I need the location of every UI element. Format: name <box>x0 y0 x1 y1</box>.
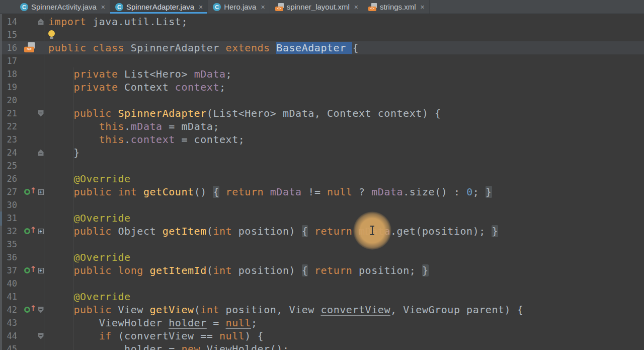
code-token: return <box>314 225 359 237</box>
code-text[interactable] <box>44 94 644 107</box>
code-token: { <box>213 186 219 198</box>
code-token: int <box>200 304 219 316</box>
code-line-19: 19 private Context context; <box>0 81 644 94</box>
fold-cell <box>37 172 44 185</box>
overrides-method-gutter-icon[interactable]: ↑ <box>24 306 36 314</box>
code-text[interactable]: @Override <box>44 212 644 225</box>
code-editor[interactable]: 14−import java.util.List;1516<>public cl… <box>0 14 644 350</box>
gutter-icon-cell <box>20 28 37 41</box>
fold-cell <box>37 94 44 107</box>
overrides-method-gutter-icon[interactable]: ↑ <box>24 266 36 274</box>
code-text[interactable]: private List<Hero> mData; <box>44 67 644 81</box>
fold-cell: + <box>37 264 44 277</box>
code-line-24: 24− } <box>0 146 644 159</box>
fold-marker-icon[interactable]: − <box>38 150 44 156</box>
code-text[interactable]: private Context context; <box>44 81 644 94</box>
code-text[interactable] <box>44 54 644 67</box>
tab-spinner_layout.xml[interactable]: <>spinner_layout.xml× <box>270 0 363 14</box>
code-text[interactable] <box>44 198 644 212</box>
tab-close-icon[interactable]: × <box>421 3 425 11</box>
code-text[interactable]: } <box>44 146 644 159</box>
fold-marker-icon[interactable]: + <box>38 268 44 273</box>
code-text[interactable]: @Override <box>44 251 644 264</box>
code-token: getItem <box>163 225 207 237</box>
code-text[interactable]: public class SpinnerAdapter extends Base… <box>44 41 644 54</box>
tab-close-icon[interactable]: × <box>101 3 105 11</box>
code-token: holder = <box>48 343 181 350</box>
fold-marker-icon[interactable]: − <box>38 307 44 313</box>
code-line-45: 45 holder = new ViewHolder(); <box>0 342 644 350</box>
fold-cell <box>37 251 44 264</box>
code-text[interactable] <box>44 159 644 172</box>
code-line-35: 35 <box>0 238 644 251</box>
line-number: 35 <box>0 238 20 251</box>
tab-SpinnerAdapter.java[interactable]: CSpinnerAdapter.java× <box>110 0 208 14</box>
overrides-method-gutter-icon[interactable]: ↑ <box>24 227 36 235</box>
code-text[interactable] <box>44 277 644 290</box>
code-text[interactable]: public SpinnerAdapter(List<Hero> mData, … <box>44 107 644 120</box>
code-text[interactable]: this.mData = mData; <box>44 120 644 133</box>
overrides-method-gutter-icon[interactable]: ↑ <box>24 188 36 196</box>
fold-cell <box>37 212 44 225</box>
code-line-44: 44− if (convertView == null) { <box>0 329 644 342</box>
code-token: = context; <box>175 133 245 146</box>
fold-marker-icon[interactable]: − <box>38 110 44 117</box>
code-text[interactable]: public View getView(int position, View c… <box>44 303 644 316</box>
code-token: position) <box>232 225 302 237</box>
code-text[interactable]: public Object getItem(int position) { re… <box>44 225 644 238</box>
intention-lightbulb-icon[interactable] <box>48 30 55 37</box>
line-number: 17 <box>0 54 20 67</box>
fold-marker-icon[interactable]: + <box>38 229 44 234</box>
code-token: ViewHolder <box>48 317 169 329</box>
code-token: } <box>492 225 498 237</box>
code-text[interactable] <box>44 238 644 251</box>
code-token <box>219 186 226 198</box>
line-number: 22 <box>0 120 20 133</box>
fold-cell <box>37 290 44 303</box>
fold-marker-icon[interactable]: − <box>38 19 44 25</box>
code-token: position; <box>359 264 422 276</box>
fold-marker-icon[interactable]: + <box>38 189 44 195</box>
code-line-20: 20 <box>0 94 644 107</box>
override-up-arrow-icon: ↑ <box>30 184 36 197</box>
code-token: null <box>219 330 245 342</box>
code-token: = mData; <box>163 120 219 132</box>
code-token <box>48 173 73 185</box>
code-text[interactable]: ViewHolder holder = null; <box>44 316 644 329</box>
tab-close-icon[interactable]: × <box>354 3 358 11</box>
code-text[interactable]: public long getItemId(int position) { re… <box>44 264 644 277</box>
line-number: 37 <box>0 264 20 277</box>
tab-strings.xml[interactable]: <>strings.xml× <box>363 0 430 14</box>
tab-SpinnerActivity.java[interactable]: CSpinnerActivity.java× <box>15 0 110 14</box>
fold-marker-icon[interactable]: − <box>38 333 44 339</box>
code-token: { <box>352 42 359 54</box>
code-text[interactable]: holder = new ViewHolder(); <box>44 342 644 350</box>
line-number: 45 <box>0 342 20 350</box>
code-text[interactable]: @Override <box>44 172 644 185</box>
gutter-icon-cell <box>20 172 37 185</box>
code-token: getView <box>149 304 194 316</box>
xml-code-badge-icon: <> <box>368 7 376 11</box>
code-token: .size() : <box>403 186 466 198</box>
code-token: extends <box>226 42 277 54</box>
tab-close-icon[interactable]: × <box>199 3 203 11</box>
tab-Hero.java[interactable]: CHero.java× <box>208 0 270 14</box>
tab-close-icon[interactable]: × <box>261 3 265 11</box>
code-token: @Override <box>73 251 130 263</box>
line-number: 18 <box>0 67 20 81</box>
code-text[interactable]: public int getCount() { return mData != … <box>44 185 644 198</box>
code-token: context <box>131 133 175 146</box>
code-text[interactable]: if (convertView == null) { <box>44 329 644 342</box>
code-token: new <box>181 343 206 350</box>
related-layout-file-gutter-icon[interactable]: <> <box>24 42 35 52</box>
code-text[interactable]: @Override <box>44 290 644 303</box>
code-token: public <box>73 304 118 316</box>
code-text[interactable] <box>44 28 644 41</box>
code-text[interactable]: this.context = context; <box>44 133 644 146</box>
code-line-26: 26 @Override <box>0 172 644 185</box>
code-token: @Override <box>73 173 130 185</box>
code-text[interactable]: import java.util.List; <box>44 15 644 28</box>
code-line-15: 15 <box>0 28 644 41</box>
code-token: mData <box>359 225 390 237</box>
code-token: , ViewGroup parent) { <box>390 304 523 316</box>
